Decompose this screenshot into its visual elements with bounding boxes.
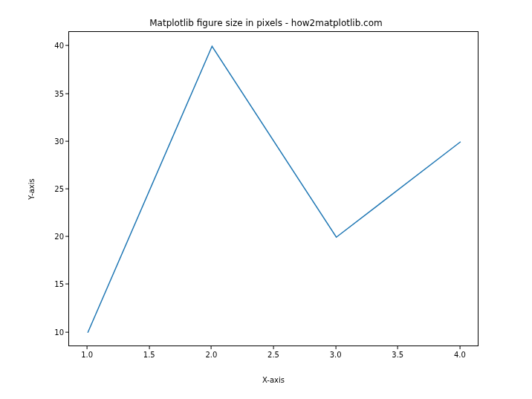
x-tick-label: 2.5 [267,351,279,359]
x-tick-mark [460,346,461,349]
y-tick-mark [65,284,68,285]
y-tick-mark [65,236,68,237]
y-tick-mark [65,331,68,332]
x-tick-label: 3.5 [392,351,403,359]
y-tick-label: 35 [46,89,64,97]
chart-title: Matplotlib figure size in pixels - how2m… [0,18,532,28]
y-tick-label: 25 [46,185,64,193]
data-line [88,46,461,332]
x-tick-mark [211,346,212,349]
x-tick-label: 4.0 [454,351,466,359]
x-tick-label: 1.0 [81,351,93,359]
y-tick-label: 20 [46,233,64,241]
plot-area [68,31,479,346]
y-tick-label: 10 [46,328,64,336]
y-tick-mark [65,189,68,189]
x-tick-mark [87,346,88,349]
y-axis-label: Y-axis [27,31,36,346]
x-tick-label: 3.0 [330,351,342,359]
y-tick-mark [65,45,68,46]
x-tick-label: 1.5 [143,351,155,359]
y-tick-label: 15 [46,280,64,288]
x-axis-label: X-axis [68,376,479,384]
x-tick-mark [273,346,274,349]
y-tick-label: 30 [46,137,64,145]
y-tick-mark [65,140,68,141]
x-tick-mark [398,346,398,349]
y-tick-label: 40 [46,42,64,50]
line-plot [69,32,478,346]
x-tick-mark [149,346,149,349]
x-tick-label: 2.0 [205,351,217,359]
y-tick-mark [65,93,68,94]
chart-figure: Matplotlib figure size in pixels - how2m… [0,0,532,399]
x-tick-mark [335,346,336,349]
